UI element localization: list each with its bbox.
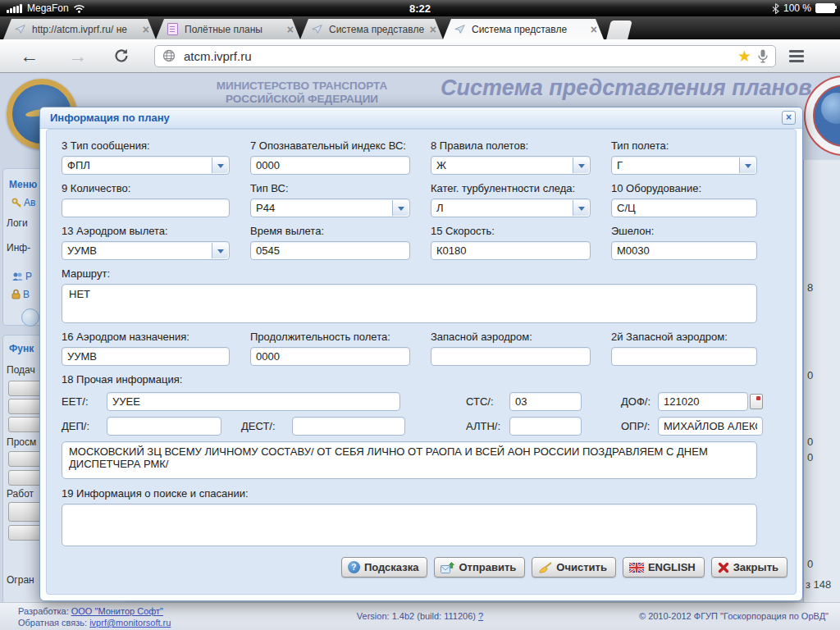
route-textarea[interactable]: НЕТ: [62, 284, 757, 323]
sidebar-item-auth[interactable]: Ав: [11, 197, 35, 208]
send-button[interactable]: Отправить: [434, 557, 525, 578]
sidebar-item-registration[interactable]: Р: [11, 271, 32, 282]
field-label: СТС/:: [466, 395, 509, 408]
chevron-down-icon: [573, 200, 589, 216]
help-button[interactable]: ? Подсказка: [341, 557, 428, 578]
departure-aerodrome-select[interactable]: УУМВ: [62, 241, 230, 260]
route-label: Маршрут:: [62, 267, 796, 280]
clock: 8:22: [0, 2, 840, 15]
dest-input[interactable]: [292, 417, 405, 436]
reload-button[interactable]: [113, 48, 130, 64]
field-label: 8 Правила полетов:: [431, 139, 591, 152]
selected-value: Г: [617, 159, 623, 171]
browser-tab-1[interactable]: http://atcm.ivprf.ru/ не ×: [3, 19, 156, 39]
number-input[interactable]: [62, 199, 230, 217]
globe-icon: [162, 49, 176, 62]
equipment-input[interactable]: [611, 199, 757, 217]
clear-button[interactable]: Очистить: [532, 557, 616, 578]
sidebar-work-label: Работ: [7, 488, 34, 500]
forward-button[interactable]: →: [68, 47, 87, 66]
dialog-close-icon[interactable]: ×: [782, 111, 796, 125]
sidebar-submit-label: Подач: [7, 364, 35, 376]
sar-textarea[interactable]: [62, 504, 757, 546]
paper-plane-icon: [15, 24, 25, 34]
send-icon: [441, 562, 454, 573]
new-tab-button[interactable]: [606, 21, 632, 39]
speed-input[interactable]: [431, 241, 591, 260]
alternate-aerodrome-input[interactable]: [431, 347, 591, 366]
ministry-line2: РОССИЙСКОЙ ФЕДЕРАЦИИ: [164, 93, 440, 106]
operator-input[interactable]: [658, 417, 763, 436]
selected-value: Ж: [436, 159, 446, 171]
back-button[interactable]: ←: [20, 47, 39, 66]
flight-duration-input[interactable]: [250, 347, 410, 366]
selected-value: ФПЛ: [67, 159, 90, 171]
chevron-down-icon: [212, 158, 228, 173]
table-cell: 0: [807, 451, 813, 463]
message-type-select[interactable]: ФПЛ: [62, 156, 230, 175]
bookmark-star-icon[interactable]: ★: [737, 48, 751, 64]
dep-input[interactable]: [107, 417, 221, 436]
sidebar-item-label: В: [23, 289, 30, 300]
tab-close-icon[interactable]: ×: [287, 24, 294, 35]
field-label: 13 Аэродром вылета:: [62, 225, 230, 237]
chevron-down-icon: [212, 243, 228, 258]
sts-input[interactable]: [509, 392, 582, 411]
dialog-body: 3 Тип сообщения: ФПЛ 7 Опознавательный и…: [46, 129, 797, 595]
menu-button[interactable]: [789, 50, 804, 62]
calendar-icon[interactable]: [750, 394, 763, 409]
field-label: Тип ВС:: [250, 182, 410, 194]
flight-type-select[interactable]: Г: [611, 156, 757, 175]
sar-label: 19 Информация о поиске и спасании:: [62, 487, 796, 500]
sidebar-item-label: Р: [25, 271, 32, 282]
close-x-icon: [718, 562, 729, 573]
sidebar-functions-header: Функ: [9, 343, 34, 354]
tab-close-icon[interactable]: ×: [591, 24, 597, 35]
aircraft-id-input[interactable]: [250, 156, 410, 175]
battery-percent: 100 %: [783, 2, 811, 14]
browser-tab-2[interactable]: Полётные планы ×: [156, 19, 300, 39]
paper-plane-icon: [454, 24, 465, 34]
tab-close-icon[interactable]: ×: [143, 24, 149, 35]
uk-flag-icon: [629, 563, 644, 573]
dof-input[interactable]: [658, 392, 748, 411]
dialog-titlebar: Информация по плану: [40, 107, 802, 129]
sidebar-view-label: Просм: [7, 436, 36, 448]
english-button[interactable]: ENGLISH: [623, 557, 705, 578]
altn-input[interactable]: [509, 417, 582, 436]
page-footer: Разработка: ООО "Монитор Софт" Обратная …: [0, 602, 840, 630]
voice-search-icon[interactable]: [758, 49, 768, 63]
version-help-link[interactable]: ?: [478, 611, 483, 621]
sidebar-item-password[interactable]: В: [11, 289, 30, 300]
browser-tab-4-active[interactable]: Система представле ×: [443, 19, 604, 39]
tab-title: Полётные планы: [185, 24, 284, 35]
eet-input[interactable]: [107, 392, 400, 411]
sidebar-round-button[interactable]: [21, 308, 39, 326]
destination-aerodrome-input[interactable]: [62, 347, 230, 366]
tab-close-icon[interactable]: ×: [430, 24, 436, 35]
field-label: Тип полета:: [611, 139, 757, 152]
sidebar-menu-header: Меню: [9, 179, 37, 190]
field-label: 9 Количество:: [62, 182, 230, 194]
page-title: Система представления планов полетов: [441, 75, 840, 101]
users-icon: [11, 272, 23, 281]
flight-rules-select[interactable]: Ж: [431, 156, 591, 175]
field-label: Эшелон:: [611, 225, 757, 237]
other-info-label: 18 Прочая информация:: [62, 373, 796, 386]
second-alternate-aerodrome-input[interactable]: [611, 347, 757, 366]
close-button[interactable]: Закрыть: [711, 557, 788, 578]
departure-time-input[interactable]: [250, 241, 410, 260]
sidebar-info-label: Инф-: [7, 242, 30, 253]
aircraft-type-select[interactable]: Р44: [250, 199, 410, 217]
wake-turbulence-select[interactable]: Л: [431, 199, 591, 217]
browser-tab-3[interactable]: Система представле ×: [300, 19, 443, 39]
url-text: atcm.ivprf.ru: [184, 49, 737, 63]
field-label: ДОФ/:: [621, 395, 658, 408]
other-info-textarea[interactable]: МОСКОВСКИЙ ЗЦ ВСЕМУ ЛИЧНОМУ СОСТАВУ/ ОТ …: [62, 441, 757, 479]
flight-level-input[interactable]: [611, 241, 757, 260]
button-label: Закрыть: [733, 561, 778, 573]
button-label: Отправить: [459, 561, 516, 573]
field-label: 16 Аэродром назначения:: [62, 331, 230, 343]
tab-strip: http://atcm.ivprf.ru/ не × Полётные план…: [0, 16, 840, 39]
address-bar[interactable]: atcm.ivprf.ru ★: [154, 45, 776, 67]
